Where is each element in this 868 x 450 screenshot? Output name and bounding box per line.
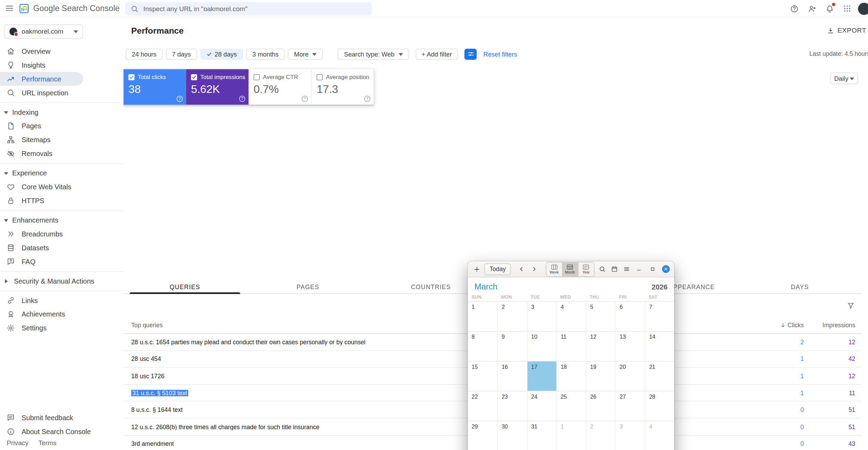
sidebar-item-url-inspection[interactable]: URL inspection [0, 86, 123, 100]
table-filter-button[interactable] [845, 300, 857, 312]
average-ctr-card[interactable]: Average CTR 0.7% ? [249, 69, 311, 105]
day-cell[interactable]: 19 [586, 361, 615, 391]
year-view-button[interactable]: Year [578, 262, 594, 276]
tab-queries[interactable]: QUERIES [123, 279, 246, 293]
sidebar-item-core-web-vitals[interactable]: Core Web Vitals [0, 180, 123, 194]
privacy-link[interactable]: Privacy [7, 439, 28, 447]
sidebar-item-achievements[interactable]: Achievements [0, 307, 123, 321]
sidebar-item-removals[interactable]: Removals [0, 147, 123, 161]
sidebar-item-about[interactable]: About Search Console [0, 425, 123, 439]
day-cell[interactable]: 10 [527, 331, 556, 361]
sidebar-item-submit-feedback[interactable]: Submit feedback [0, 411, 123, 425]
day-cell[interactable]: 23 [497, 391, 527, 421]
terms-link[interactable]: Terms [38, 439, 57, 447]
range-chip-more[interactable]: More [288, 49, 323, 60]
tab-days[interactable]: DAYS [738, 279, 861, 293]
add-filter-chip[interactable]: + Add filter [416, 49, 458, 60]
impressions-column-header[interactable]: Impressions [804, 322, 861, 328]
day-cell[interactable]: 6 [615, 301, 645, 331]
range-chip-7-days[interactable]: 7 days [166, 49, 197, 60]
sidebar-item-links[interactable]: Links [0, 293, 123, 307]
property-selector[interactable]: oakmorel.com [5, 24, 83, 39]
today-button[interactable]: Today [485, 263, 511, 275]
reset-filters-link[interactable]: Reset filters [484, 51, 517, 57]
day-cell[interactable]: 26 [586, 391, 615, 421]
day-cell[interactable]: 21 [645, 361, 674, 391]
day-cell[interactable]: 4 [556, 301, 586, 331]
sidebar-item-pages[interactable]: Pages [0, 119, 123, 133]
checkbox-unchecked[interactable] [316, 74, 323, 80]
sidebar-item-insights[interactable]: Insights [0, 58, 123, 72]
google-apps-button[interactable] [840, 2, 854, 16]
day-cell-next-month[interactable]: 4 [645, 421, 674, 450]
day-cell[interactable]: 14 [645, 331, 674, 361]
range-chip-28-days[interactable]: 28 days [200, 49, 243, 60]
help-button[interactable] [787, 2, 801, 16]
day-cell[interactable]: 31 [527, 421, 556, 450]
sidebar-section-indexing[interactable]: Indexing [0, 105, 123, 119]
total-clicks-card[interactable]: Total clicks 38 ? [123, 69, 186, 105]
day-cell[interactable]: 11 [556, 331, 586, 361]
interval-select[interactable]: Daily [830, 72, 858, 84]
sidebar-item-sitemaps[interactable]: Sitemaps [0, 133, 123, 147]
day-cell[interactable]: 12 [586, 331, 615, 361]
clicks-column-header[interactable]: Clicks [737, 322, 804, 328]
previous-month-button[interactable] [517, 263, 527, 275]
total-impressions-card[interactable]: Total impressions 5.62K ? [186, 69, 249, 105]
app-logo[interactable]: Google Search Console [19, 3, 120, 14]
day-cell[interactable]: 5 [586, 301, 615, 331]
filter-toggle-button[interactable] [465, 49, 477, 60]
day-cell[interactable]: 29 [468, 421, 497, 450]
day-cell[interactable]: 13 [615, 331, 645, 361]
month-view-button[interactable]: Month [562, 262, 578, 276]
range-chip-24-hours[interactable]: 24 hours [125, 49, 163, 60]
next-month-button[interactable] [529, 263, 539, 275]
day-cell[interactable]: 7 [645, 301, 674, 331]
sidebar-section-security[interactable]: Security & Manual Actions [0, 274, 123, 288]
tab-pages[interactable]: PAGES [246, 279, 370, 293]
maximize-button[interactable] [648, 265, 657, 274]
help-icon[interactable]: ? [239, 96, 245, 102]
day-cell[interactable]: 25 [556, 391, 586, 421]
sidebar-item-faq[interactable]: FAQ [0, 255, 123, 269]
checkbox-checked[interactable] [191, 74, 197, 80]
day-cell[interactable]: 15 [468, 361, 497, 391]
add-user-button[interactable] [805, 2, 819, 16]
calendar-titlebar[interactable]: Today Week Month Year [468, 261, 674, 277]
day-cell-selected[interactable]: 17 [527, 361, 556, 391]
sidebar-section-experience[interactable]: Experience [0, 166, 123, 180]
sidebar-item-settings[interactable]: Settings [0, 321, 123, 335]
sidebar-section-enhancements[interactable]: Enhancements [0, 213, 123, 227]
day-cell[interactable]: 24 [527, 391, 556, 421]
day-cell-next-month[interactable]: 3 [615, 421, 645, 450]
sidebar-item-overview[interactable]: Overview [0, 44, 123, 58]
day-cell[interactable]: 9 [497, 331, 527, 361]
range-chip-3-months[interactable]: 3 months [246, 49, 285, 60]
help-icon[interactable]: ? [364, 96, 371, 102]
search-type-chip[interactable]: Search type: Web [338, 49, 409, 60]
day-cell[interactable]: 8 [468, 331, 497, 361]
day-cell-next-month[interactable]: 2 [586, 421, 615, 450]
url-inspect-searchbar[interactable] [125, 2, 372, 15]
main-menu-button[interactable] [2, 1, 17, 16]
url-inspect-input[interactable] [144, 5, 367, 12]
week-view-button[interactable]: Week [547, 262, 563, 276]
export-button[interactable]: EXPORT [827, 27, 867, 34]
day-cell[interactable]: 27 [615, 391, 645, 421]
help-icon[interactable]: ? [176, 96, 183, 102]
day-cell-next-month[interactable]: 1 [556, 421, 586, 450]
day-cell[interactable]: 28 [645, 391, 674, 421]
new-event-button[interactable] [472, 263, 482, 275]
sidebar-item-datasets[interactable]: Datasets [0, 241, 123, 255]
calendar-search-button[interactable] [597, 263, 607, 275]
average-position-card[interactable]: Average position 17.3 ? [311, 69, 373, 105]
day-cell[interactable]: 22 [468, 391, 497, 421]
checkbox-unchecked[interactable] [253, 74, 260, 80]
sidebar-item-breadcrumbs[interactable]: Breadcrumbs [0, 227, 123, 241]
day-cell[interactable]: 3 [527, 301, 556, 331]
account-avatar[interactable] [858, 2, 868, 15]
sidebar-item-https[interactable]: HTTPS [0, 194, 123, 208]
day-cell[interactable]: 30 [497, 421, 527, 450]
minimize-button[interactable] [634, 265, 643, 274]
sidebar-item-performance[interactable]: Performance [0, 72, 83, 86]
